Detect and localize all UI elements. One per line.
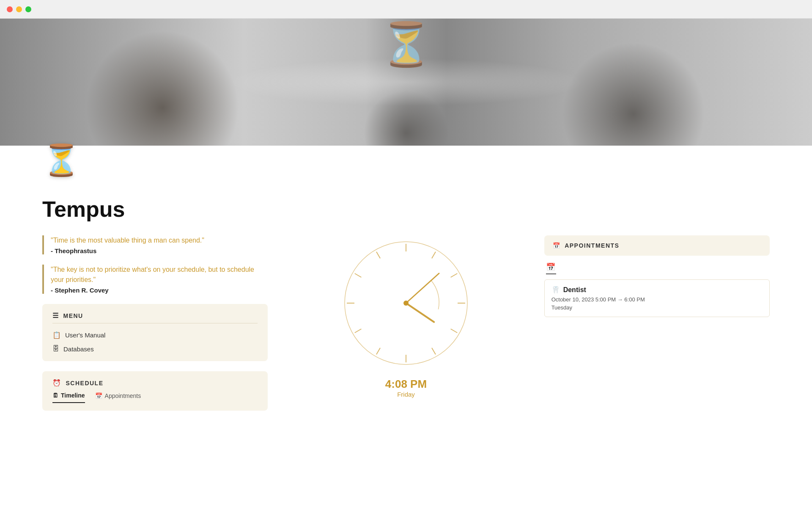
svg-line-9 (355, 329, 362, 333)
users-manual-icon: 📋 (52, 331, 61, 339)
tab-appointments[interactable]: 📅 Appointments (95, 392, 141, 403)
apt-calendar-icon: 📅 (546, 262, 768, 272)
svg-line-12 (376, 252, 380, 259)
menu-divider (52, 323, 258, 323)
apt-card-title: 🦷 Dentist (551, 286, 763, 294)
analog-clock (338, 235, 474, 371)
browser-chrome (0, 0, 812, 19)
menu-section: ☰ MENU 📋 User's Manual 🗄 Databases (42, 304, 268, 361)
apt-card-time: October 10, 2023 5:00 PM → 6:00 PM (551, 296, 763, 303)
svg-line-2 (432, 252, 436, 259)
schedule-label: SCHEDULE (66, 380, 104, 387)
clock-svg (338, 235, 474, 371)
appointments-section: 📅 APPOINTMENTS (544, 235, 770, 256)
page-icon-wrap: ⏳ (42, 146, 812, 171)
schedule-section: ⏰ SCHEDULE 🗓 Timeline 📅 Appointments (42, 371, 268, 411)
schedule-icon: ⏰ (52, 379, 62, 387)
svg-line-6 (432, 348, 436, 355)
hero-banner: ⏳ (0, 19, 812, 146)
quote-author-1: - Theophrastus (51, 247, 268, 254)
apt-divider (546, 273, 556, 274)
svg-line-8 (376, 348, 380, 355)
appointments-header: 📅 APPOINTMENTS (553, 242, 761, 249)
center-column: 4:08 PM Friday (293, 235, 518, 398)
databases-label: Databases (63, 345, 94, 353)
menu-label: MENU (63, 312, 83, 319)
right-column: 📅 APPOINTMENTS 📅 🦷 Dentist October 10, 2… (544, 235, 770, 317)
schedule-tabs: 🗓 Timeline 📅 Appointments (52, 392, 258, 403)
svg-line-3 (451, 273, 458, 277)
maximize-button[interactable] (25, 6, 31, 12)
apt-calendar-area: 📅 (544, 262, 770, 274)
clock-day-text: Friday (385, 391, 427, 398)
databases-icon: 🗄 (52, 345, 59, 353)
users-manual-label: User's Manual (65, 331, 105, 339)
clock-time-text: 4:08 PM (385, 378, 427, 391)
schedule-header: ⏰ SCHEDULE (52, 379, 258, 387)
quote-author-2: - Stephen R. Covey (51, 287, 268, 294)
apt-dentist-title: Dentist (563, 286, 586, 294)
timeline-tab-icon: 🗓 (52, 392, 58, 399)
quote-text-1: "Time is the most valuable thing a man c… (51, 235, 268, 246)
appointments-tab-label: Appointments (105, 392, 141, 399)
apt-dentist-icon: 🦷 (551, 286, 560, 294)
left-column: "Time is the most valuable thing a man c… (42, 235, 268, 411)
hero-hourglass-decoration: ⏳ (381, 19, 431, 146)
svg-line-5 (451, 329, 458, 333)
appointments-tab-icon: 📅 (95, 392, 102, 399)
menu-icon: ☰ (52, 312, 59, 320)
apt-card-dentist[interactable]: 🦷 Dentist October 10, 2023 5:00 PM → 6:0… (544, 279, 770, 317)
appointments-header-icon: 📅 (553, 242, 561, 249)
content-grid: "Time is the most valuable thing a man c… (42, 235, 770, 411)
main-content: Tempus "Time is the most valuable thing … (0, 171, 812, 436)
close-button[interactable] (7, 6, 13, 12)
quote-block-1: "Time is the most valuable thing a man c… (42, 235, 268, 254)
timeline-tab-label: Timeline (61, 392, 85, 399)
menu-item-databases[interactable]: 🗄 Databases (52, 344, 258, 353)
menu-item-users-manual[interactable]: 📋 User's Manual (52, 330, 258, 340)
svg-line-11 (355, 273, 362, 277)
appointments-header-label: APPOINTMENTS (565, 242, 619, 249)
quote-text-2: "The key is not to prioritize what's on … (51, 265, 268, 285)
minimize-button[interactable] (16, 6, 22, 12)
tab-timeline[interactable]: 🗓 Timeline (52, 392, 85, 403)
quote-block-2: "The key is not to prioritize what's on … (42, 265, 268, 294)
page-title: Tempus (42, 196, 770, 222)
svg-point-15 (403, 301, 409, 306)
svg-line-14 (406, 273, 439, 303)
page-icon: ⏳ (42, 145, 80, 175)
clock-time-display: 4:08 PM Friday (385, 378, 427, 398)
menu-items: 📋 User's Manual 🗄 Databases (52, 330, 258, 353)
svg-line-13 (406, 303, 434, 322)
menu-header: ☰ MENU (52, 312, 258, 320)
apt-card-day: Tuesday (551, 304, 763, 311)
